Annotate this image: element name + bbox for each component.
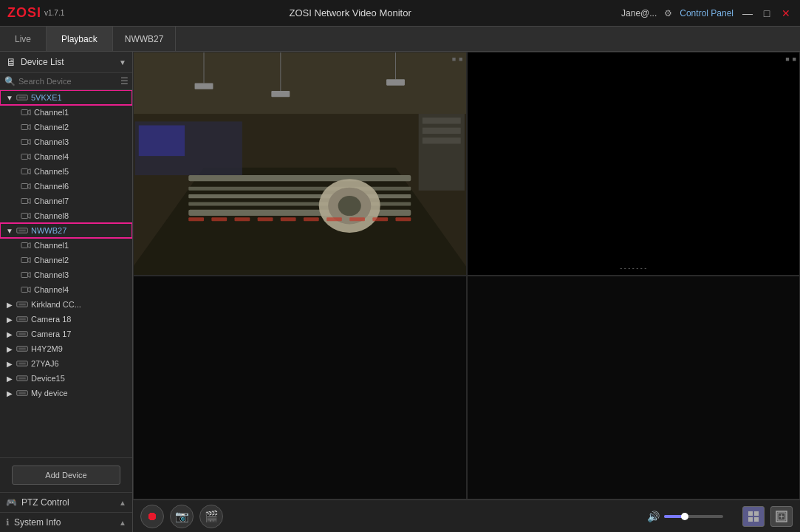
svg-rect-70: [235, 217, 250, 221]
device-Device15[interactable]: ▶ Device15: [0, 371, 132, 386]
channel-5VKXE1-6[interactable]: Channel6: [0, 179, 132, 194]
device-camera18[interactable]: ▶ Camera 18: [0, 312, 132, 327]
channel-5VKXE1-7[interactable]: Channel7: [0, 194, 132, 208]
channel-5VKXE1-5[interactable]: Channel5: [0, 164, 132, 179]
device-list-label: Device List: [21, 57, 119, 67]
maximize-button[interactable]: □: [760, 7, 773, 20]
svg-rect-65: [271, 91, 290, 97]
svg-rect-87: [754, 517, 759, 522]
system-info-section[interactable]: ℹ System Info ▲: [0, 512, 132, 532]
channel-NWWB27-4[interactable]: Channel4: [0, 282, 132, 297]
nvr-icon-Device15: [16, 375, 28, 382]
device-label-camera17: Camera 17: [31, 330, 71, 338]
user-name: Jane@...: [621, 8, 657, 18]
volume-slider[interactable]: [664, 515, 723, 518]
channel-5VKXE1-4[interactable]: Channel4: [0, 149, 132, 164]
video-overlay-2: ■ ■: [785, 55, 796, 63]
device-5VKXE1[interactable]: ▼ 5VKXE1: [0, 90, 132, 105]
video-cell-1[interactable]: ■ ■: [133, 52, 467, 276]
add-device-button[interactable]: Add Device: [12, 466, 120, 485]
channel-5VKXE1-8[interactable]: Channel8: [0, 208, 132, 223]
device-H4Y2M9[interactable]: ▶ H4Y2M9: [0, 341, 132, 356]
svg-rect-7: [21, 140, 28, 145]
bottom-text-2: - - - - - - -: [620, 265, 646, 272]
record-indicator: ■: [452, 55, 456, 63]
record-button[interactable]: ⏺: [140, 505, 164, 528]
channel-5VKXE1-2[interactable]: Channel2: [0, 120, 132, 134]
device-kirkland[interactable]: ▶ Kirkland CC...: [0, 297, 132, 312]
sound-indicator: ■: [459, 55, 462, 63]
snapshot-button[interactable]: 📷: [170, 505, 194, 528]
gear-icon[interactable]: ⚙: [664, 8, 672, 18]
svg-rect-63: [195, 83, 213, 89]
device-MyDevice[interactable]: ▶ My device: [0, 386, 132, 400]
channel-label: Channel8: [34, 211, 69, 220]
svg-rect-36: [17, 332, 27, 336]
svg-rect-77: [395, 217, 411, 221]
channel-NWWB27-2[interactable]: Channel2: [0, 253, 132, 267]
control-panel-link[interactable]: Control Panel: [680, 8, 734, 18]
ptz-label: PTZ Control: [21, 497, 119, 508]
window-controls[interactable]: — □ ✕: [741, 7, 793, 20]
video-cell-4[interactable]: [467, 276, 801, 499]
list-view-icon[interactable]: ☰: [120, 76, 129, 86]
device-27YAJ6[interactable]: ▶ 27YAJ6: [0, 356, 132, 371]
system-info-label: System Info: [14, 517, 119, 528]
channel-NWWB27-3[interactable]: Channel3: [0, 267, 132, 282]
minimize-button[interactable]: —: [741, 7, 754, 20]
channel-5VKXE1-3[interactable]: Channel3: [0, 134, 132, 149]
channel-label: Channel1: [34, 241, 69, 250]
svg-rect-30: [17, 302, 27, 307]
video-button[interactable]: 🎬: [199, 505, 223, 528]
close-button[interactable]: ✕: [779, 7, 793, 20]
expand-icon-NWWB27[interactable]: ▼: [4, 225, 15, 236]
channel-label: Channel5: [34, 167, 69, 176]
expand-icon-H4Y2M9[interactable]: ▶: [4, 344, 15, 354]
camera-icon: 📷: [175, 510, 189, 523]
tab-playback[interactable]: Playback: [47, 27, 113, 51]
camera-feed-svg: [134, 52, 466, 275]
search-bar: 🔍 ☰: [0, 73, 132, 90]
svg-rect-83: [423, 137, 461, 143]
svg-rect-24: [21, 258, 28, 263]
channel-label: Channel1: [34, 108, 69, 117]
tab-device[interactable]: NWWB27: [113, 27, 177, 51]
expand-icon-Device15[interactable]: ▶: [4, 373, 15, 383]
nvr-icon-5VKXE1: [16, 94, 28, 101]
expand-icon-camera17[interactable]: ▶: [4, 329, 15, 339]
device-label-camera18: Camera 18: [31, 315, 71, 324]
volume-handle: [681, 513, 688, 520]
svg-rect-22: [21, 243, 28, 248]
fullscreen-icon: [776, 511, 787, 522]
video-cell-2[interactable]: ■ ■ - - - - - - -: [467, 52, 801, 276]
svg-rect-84: [748, 511, 753, 516]
grid-2x2-button[interactable]: [742, 506, 765, 527]
svg-point-61: [338, 196, 361, 216]
nvr-icon-NWWB27: [16, 227, 28, 234]
device-camera17[interactable]: ▶ Camera 17: [0, 327, 132, 341]
channel-label: Channel2: [34, 256, 69, 265]
indicator-2b: ■: [793, 55, 796, 63]
expand-icon-kirkland[interactable]: ▶: [4, 299, 15, 310]
ptz-control-section[interactable]: 🎮 PTZ Control ▲: [0, 492, 132, 512]
add-device-container: Add Device: [0, 458, 132, 492]
expand-icon-MyDevice[interactable]: ▶: [4, 388, 15, 398]
expand-icon-camera18[interactable]: ▶: [4, 314, 15, 324]
fullscreen-button[interactable]: [770, 506, 793, 527]
svg-rect-72: [281, 217, 296, 221]
channel-label: Channel7: [34, 197, 69, 205]
video-cell-3[interactable]: [133, 276, 467, 499]
search-input[interactable]: [18, 77, 120, 86]
nvr-icon-MyDevice: [16, 389, 28, 397]
channel-label: Channel4: [34, 152, 69, 161]
app-title: ZOSI Network Video Monitor: [79, 7, 621, 18]
device-list-collapse-arrow[interactable]: ▼: [119, 58, 126, 66]
tab-live[interactable]: Live: [0, 27, 47, 51]
device-NWWB27[interactable]: ▼ NWWB27: [0, 223, 132, 238]
channel-NWWB27-1[interactable]: Channel1: [0, 238, 132, 253]
expand-icon-5VKXE1[interactable]: ▼: [4, 92, 15, 103]
expand-icon-27YAJ6[interactable]: ▶: [4, 358, 15, 369]
svg-marker-18: [28, 214, 31, 219]
device-label-MyDevice: My device: [31, 389, 68, 398]
channel-5VKXE1-1[interactable]: Channel1: [0, 105, 132, 120]
